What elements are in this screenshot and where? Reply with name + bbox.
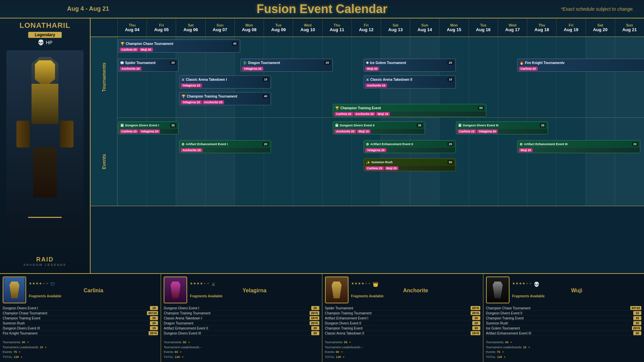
anchorite-name: Anchorite: [351, 288, 480, 294]
cal-col-2: [147, 37, 176, 206]
yelagirna-event-1: Dungeon Divers Event I 20: [164, 306, 319, 311]
carlinia-avatar: [3, 277, 26, 303]
yelagirna-event-6: Dungeon Divers Event III 20: [164, 331, 319, 336]
cal-col-1: [117, 37, 147, 206]
wuji-type-icon: 💀: [534, 282, 539, 287]
col-mon-aug15: Mon Aug 15: [439, 18, 468, 37]
anchorite-panel: ★ ★ ★ ★ ★ ★ 👑 Anchorite Fragments Availa…: [322, 274, 483, 362]
carlinia-events: Dungeon Divers Event I 15 Champion Chase…: [3, 306, 158, 338]
bottom-panels: ★ ★ ★ ★ ★ ★ 🛡 Carlinia Fragments Availab…: [0, 273, 644, 362]
col-sun-aug07: Sun Aug 07: [205, 18, 234, 37]
carlinia-totals: Tournaments: 40 🔸 Tournament Leaderboard…: [3, 340, 158, 359]
col-thu-aug18: Thu Aug 18: [527, 18, 556, 37]
yelagirna-totals: Tournaments: 55 🔸 Tournament Leaderboard…: [164, 340, 319, 359]
yelagirna-event-4: Dragon Tournament 20+5: [164, 321, 319, 326]
character-panel: LONATHARIL Legendary 💀 HP RAID SHADOW LE…: [0, 18, 91, 273]
wuji-event-5: Ice Golem Tournament 20+5: [486, 326, 641, 331]
calendar-headers: Thu Aug 04 Fri Aug 05 Sat Aug 06 Sun Aug…: [91, 18, 644, 37]
anchorite-event-4: Dungeon Divers Event II 20: [325, 321, 480, 326]
cal-col-4: [205, 37, 234, 206]
calendar-area: Thu Aug 04 Fri Aug 05 Sat Aug 06 Sun Aug…: [91, 18, 644, 206]
wuji-events: Champion Chase Tournament 20+10 Dungeon …: [486, 306, 641, 338]
col-fri-aug05: Fri Aug 05: [147, 18, 176, 37]
wuji-stars: ★ ★ ★ ★ ★ ★ 💀: [512, 282, 641, 287]
wuji-avatar: [486, 277, 509, 303]
row-label-events: Events: [91, 117, 117, 206]
yelagirna-type-icon: ⚔: [211, 282, 216, 287]
cal-col-10: [381, 37, 410, 206]
carlinia-event-5: Dungeon Divers Event III 15: [3, 326, 158, 331]
anchorite-event-1: Spider Tournament 20+5: [325, 306, 480, 311]
yelagirna-stars: ★ ★ ★ ★ ★ ★ ⚔: [190, 282, 319, 287]
wuji-event-4: Summon Rush 25: [486, 321, 641, 326]
col-sun-aug14: Sun Aug 14: [410, 18, 439, 37]
wuji-frag-label: Fragments Available: [512, 294, 641, 298]
col-sat-aug13: Sat Aug 13: [381, 18, 410, 37]
wuji-event-2: Dungeon Divers Event II 15: [486, 311, 641, 316]
carlinia-event-2: Champion Chase Tournament 20+10: [3, 311, 158, 316]
anchorite-frag-label: Fragments Available: [351, 294, 480, 298]
cal-col-7: [293, 37, 322, 206]
carlinia-stars: ★ ★ ★ ★ ★ ★ 🛡: [29, 282, 158, 287]
row-label-tournaments: Tournaments: [91, 37, 117, 117]
wuji-event-6: Artifact Enhancement Event III 20: [486, 331, 641, 336]
hp-icon: 💀: [38, 39, 44, 46]
cal-col-14: [498, 37, 527, 206]
cal-col-17: [586, 37, 615, 206]
schedule-note: *Exact schedule subject to change.: [561, 6, 634, 12]
anchorite-totals: Tournaments: 55 🔸 Tournament Leaderboard…: [325, 340, 480, 359]
cal-col-18: [615, 37, 644, 206]
yelagirna-panel: ★ ★ ★ ★ ★ ★ ⚔ Yelagirna Fragments Availa…: [161, 274, 322, 362]
anchorite-type-icon: 👑: [373, 282, 378, 287]
yelagirna-event-3: Classic Arena Takedown I 15+5: [164, 316, 319, 321]
anchorite-event-2: Champion Training Tournament 20+5: [325, 311, 480, 316]
yelagirna-events: Dungeon Divers Event I 20 Champion Train…: [164, 306, 319, 338]
anchorite-event-3: Artifact Enhancement Event I 20: [325, 316, 480, 321]
cal-col-15: [527, 37, 556, 206]
cal-col-3: [176, 37, 205, 206]
calendar-grid: Tournaments Events: [91, 37, 644, 206]
col-thu-aug11: Thu Aug 11: [322, 18, 352, 37]
anchorite-event-5: Champion Training Event 20: [325, 326, 480, 331]
yelagirna-avatar: [164, 277, 187, 303]
cal-col-6: [264, 37, 293, 206]
wuji-event-1: Champion Chase Tournament 20+10: [486, 306, 641, 311]
character-rarity: Legendary: [28, 32, 62, 38]
page-title: Fusion Event Calendar: [257, 2, 387, 16]
carlinia-panel: ★ ★ ★ ★ ★ ★ 🛡 Carlinia Fragments Availab…: [0, 274, 161, 362]
col-mon-aug08: Mon Aug 08: [234, 18, 264, 37]
character-image-area: [0, 47, 90, 241]
wuji-event-3: Champion Training Event 15: [486, 316, 641, 321]
character-stat: 💀 HP: [0, 39, 90, 46]
carlinia-event-6: Fire Knight Tournament 20+5: [3, 331, 158, 336]
row-labels: Tournaments Events: [91, 37, 117, 206]
carlinia-type-icon: 🛡: [50, 282, 55, 287]
anchorite-avatar: [325, 277, 348, 303]
character-name: LONATHARIL: [0, 18, 90, 31]
yelagirna-frag-label: Fragments Available: [190, 294, 319, 298]
wuji-name: Wuji: [512, 288, 641, 294]
anchorite-header: ★ ★ ★ ★ ★ ★ 👑 Anchorite Fragments Availa…: [325, 277, 480, 303]
date-range: Aug 4 - Aug 21: [67, 5, 109, 12]
col-fri-aug12: Fri Aug 12: [352, 18, 381, 37]
col-sat-aug20: Sat Aug 20: [586, 18, 615, 37]
carlinia-name: Carlinia: [29, 288, 158, 294]
cal-col-13: [469, 37, 498, 206]
anchorite-stars: ★ ★ ★ ★ ★ ★ 👑: [351, 282, 480, 287]
wuji-header: ★ ★ ★ ★ ★ ★ 💀 Wuji Fragments Available: [486, 277, 641, 303]
carlinia-event-1: Dungeon Divers Event I 15: [3, 306, 158, 311]
header-empty: [91, 18, 117, 37]
carlinia-event-3: Champion Training Event 20: [3, 316, 158, 321]
col-sat-aug06: Sat Aug 06: [176, 18, 205, 37]
yelagirna-name: Yelagirna: [190, 288, 319, 294]
col-wed-aug17: Wed Aug 17: [498, 18, 527, 37]
col-thu-aug04: Thu Aug 04: [117, 18, 147, 37]
anchorite-events: Spider Tournament 20+5 Champion Training…: [325, 306, 480, 338]
cal-col-16: [556, 37, 585, 206]
yelagirna-event-5: Artifact Enhancement Event II 20: [164, 326, 319, 331]
raid-logo: RAID SHADOW LEGENDS: [23, 256, 66, 266]
carlinia-header: ★ ★ ★ ★ ★ ★ 🛡 Carlinia Fragments Availab…: [3, 277, 158, 303]
cal-col-9: [352, 37, 381, 206]
carlinia-event-4: Summon Rush 25: [3, 321, 158, 326]
col-fri-aug19: Fri Aug 19: [556, 18, 585, 37]
